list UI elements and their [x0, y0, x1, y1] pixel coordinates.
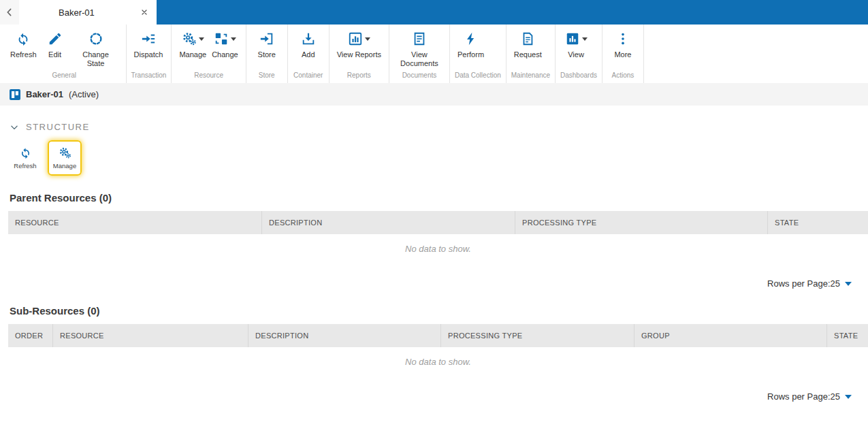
refresh-icon — [19, 146, 32, 159]
view-reports-button-label: View Reports — [337, 50, 381, 59]
resource-icon — [10, 89, 20, 100]
manage-icon — [182, 31, 197, 46]
toolbar-group-label-maintenance: Maintenance — [511, 69, 550, 82]
top-bar: Baker-01 — [0, 0, 868, 25]
add-icon — [301, 31, 316, 46]
toolbar-group-general: Refresh Edit Change State General — [3, 25, 127, 83]
toolbar-group-label-dashboards: Dashboards — [560, 69, 597, 82]
change-button[interactable]: Change — [209, 28, 241, 61]
manage-icon — [59, 146, 71, 159]
view-documents-button-label: View Documents — [397, 50, 442, 67]
toolbar-group-dashboards: View Dashboards — [556, 25, 602, 83]
toolbar-group-label-container: Container — [293, 69, 324, 82]
request-icon — [520, 31, 535, 46]
toolbar-ribbon: Refresh Edit Change State General Dispat… — [0, 25, 868, 83]
toolbar-group-container: Add Container — [288, 25, 329, 83]
toolbar-group-label-general: General — [7, 69, 121, 82]
column-header-resource[interactable]: RESOURCE — [8, 211, 262, 234]
dispatch-button[interactable]: Dispatch — [131, 28, 166, 61]
more-button[interactable]: More — [607, 28, 639, 61]
view-reports-icon — [348, 31, 363, 46]
edit-icon — [48, 31, 63, 46]
toolbar-group-store: Store Store — [246, 25, 288, 83]
perform-button[interactable]: Perform — [455, 28, 487, 61]
manage-button-label: Manage — [179, 50, 206, 59]
rows-per-page-label: Rows per Page:25 — [767, 278, 840, 289]
parent-rows-per-page-control[interactable]: Rows per Page:25 — [8, 278, 852, 289]
structure-refresh-button[interactable]: Refresh — [8, 140, 42, 176]
column-header-state[interactable]: STATE — [768, 211, 868, 234]
change-button-label: Change — [212, 50, 238, 59]
column-header-description[interactable]: DESCRIPTION — [262, 211, 515, 234]
chevron-down-icon — [199, 37, 204, 41]
add-button[interactable]: Add — [293, 28, 324, 61]
chevron-down-icon — [582, 37, 588, 41]
back-button[interactable] — [0, 0, 19, 25]
change-icon — [214, 31, 229, 46]
sub-resources-empty-message: No data to show. — [8, 357, 868, 367]
column-header-resource[interactable]: RESOURCE — [53, 324, 248, 347]
change-state-icon — [89, 31, 103, 46]
toolbar-group-label-store: Store — [251, 69, 283, 82]
column-header-state[interactable]: STATE — [827, 324, 868, 347]
structure-manage-button[interactable]: Manage — [48, 140, 82, 176]
chevron-down-icon — [231, 37, 236, 41]
chevron-left-icon — [4, 7, 15, 18]
sub-resources-table: ORDER RESOURCE DESCRIPTION PROCESSING TY… — [8, 324, 868, 402]
column-header-description[interactable]: DESCRIPTION — [248, 324, 441, 347]
change-state-button[interactable]: Change State — [71, 28, 121, 69]
parent-resources-table: RESOURCE DESCRIPTION PROCESSING TYPE STA… — [8, 211, 868, 289]
store-icon — [259, 31, 274, 46]
rows-per-page-label: Rows per Page:25 — [767, 391, 840, 402]
structure-actions-row: Refresh Manage — [8, 140, 868, 176]
toolbar-group-actions: More Actions — [602, 25, 644, 83]
sub-rows-per-page-control[interactable]: Rows per Page:25 — [8, 391, 852, 402]
view-reports-button[interactable]: View Reports — [334, 28, 384, 61]
structure-manage-label: Manage — [53, 162, 76, 170]
structure-section-label: STRUCTURE — [26, 122, 90, 132]
dispatch-button-label: Dispatch — [134, 50, 163, 59]
status-badge: (Active) — [69, 89, 99, 99]
more-button-label: More — [614, 50, 631, 59]
structure-section-header[interactable]: STRUCTURE — [10, 122, 868, 132]
perform-icon — [464, 31, 479, 46]
column-header-processing-type[interactable]: PROCESSING TYPE — [515, 211, 768, 234]
chevron-down-icon — [845, 395, 852, 399]
request-button-label: Request — [514, 50, 542, 59]
column-header-order[interactable]: ORDER — [8, 324, 53, 347]
toolbar-group-label-actions: Actions — [607, 69, 639, 82]
toolbar-group-label-transaction: Transaction — [131, 69, 167, 82]
sub-resources-title: Sub-Resources (0) — [10, 305, 868, 317]
tab-title: Baker-01 — [59, 7, 95, 18]
view-documents-icon — [412, 31, 427, 46]
parent-resources-header-row: RESOURCE DESCRIPTION PROCESSING TYPE STA… — [8, 211, 868, 234]
store-button-label: Store — [258, 50, 276, 59]
refresh-button-label: Refresh — [10, 50, 37, 59]
store-button[interactable]: Store — [251, 28, 283, 61]
chevron-down-icon — [365, 37, 370, 41]
request-button[interactable]: Request — [511, 28, 545, 61]
view-documents-button[interactable]: View Documents — [394, 28, 445, 69]
tab-baker-01[interactable]: Baker-01 — [19, 0, 157, 25]
view-button-label: View — [568, 50, 584, 59]
close-icon[interactable] — [140, 8, 148, 16]
toolbar-group-documents: View Documents Documents — [389, 25, 450, 83]
edit-button[interactable]: Edit — [39, 28, 71, 61]
edit-button-label: Edit — [48, 50, 61, 59]
rows-per-page-value: 25 — [831, 278, 840, 289]
toolbar-group-reports: View Reports Reports — [329, 25, 389, 83]
column-header-group[interactable]: GROUP — [634, 324, 827, 347]
topbar-fill — [157, 0, 868, 25]
toolbar-group-label-resource: Resource — [176, 69, 240, 82]
manage-button[interactable]: Manage — [176, 28, 209, 61]
column-header-processing-type[interactable]: PROCESSING TYPE — [441, 324, 634, 347]
chevron-down-icon — [10, 123, 19, 132]
toolbar-group-maintenance: Request Maintenance — [507, 25, 556, 83]
chevron-down-icon — [845, 282, 852, 286]
view-button[interactable]: View — [560, 28, 592, 61]
refresh-button[interactable]: Refresh — [7, 28, 39, 61]
sub-resources-header-row: ORDER RESOURCE DESCRIPTION PROCESSING TY… — [8, 324, 868, 347]
resource-title-bar: Baker-01 (Active) — [0, 83, 868, 106]
parent-resources-empty-message: No data to show. — [8, 244, 868, 254]
view-icon — [565, 31, 580, 46]
